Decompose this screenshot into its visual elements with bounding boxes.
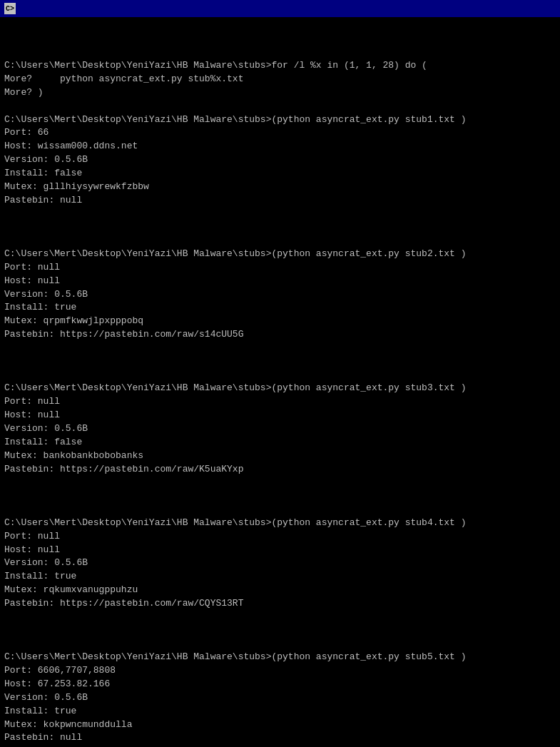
console-line: Host: null — [4, 544, 556, 557]
console-line: Pastebin: https://pastebin.com/raw/s14cU… — [4, 328, 556, 342]
console-line: C:\Users\Mert\Desktop\YeniYazi\HB Malwar… — [4, 113, 556, 127]
console-line: C:\Users\Mert\Desktop\YeniYazi\HB Malwar… — [4, 248, 556, 261]
console-line — [4, 208, 556, 221]
console-line: Version: 0.5.6B — [4, 153, 556, 167]
console-output[interactable]: C:\Users\Mert\Desktop\YeniYazi\HB Malwar… — [0, 17, 560, 747]
console-line: Version: 0.5.6B — [4, 422, 556, 436]
console-line — [4, 355, 556, 369]
console-line — [4, 489, 556, 503]
console-line: Version: 0.5.6B — [4, 288, 556, 302]
console-line: Port: 66 — [4, 126, 556, 140]
console-line: Pastebin: null — [4, 194, 556, 208]
console-line: Install: true — [4, 705, 556, 718]
console-line: Mutex: qrpmfkwwjlpxpppobq — [4, 315, 556, 328]
console-line — [4, 100, 556, 113]
console-line: Host: 67.253.82.166 — [4, 678, 556, 691]
console-line: Mutex: glllhiysywrewkfzbbw — [4, 181, 556, 194]
console-line — [4, 220, 556, 234]
console-line: More? python asyncrat_ext.py stub%x.txt — [4, 73, 556, 86]
console-line: Install: false — [4, 167, 556, 181]
console-line — [4, 611, 556, 624]
console-line: Port: null — [4, 261, 556, 275]
console-line — [4, 369, 556, 382]
console-line — [4, 234, 556, 248]
console-line: Install: false — [4, 436, 556, 449]
console-line: C:\Users\Mert\Desktop\YeniYazi\HB Malwar… — [4, 517, 556, 530]
console-line: Install: true — [4, 301, 556, 315]
console-line: Install: true — [4, 570, 556, 584]
console-line: Mutex: kokpwncmunddulla — [4, 718, 556, 732]
title-bar: C> — [0, 0, 560, 17]
console-line — [4, 624, 556, 638]
console-line: Port: null — [4, 395, 556, 409]
console-line: Pastebin: https://pastebin.com/raw/CQYS1… — [4, 597, 556, 611]
console-line: Host: null — [4, 409, 556, 422]
window: C> C:\Users\Mert\Desktop\YeniYazi\HB Mal… — [0, 0, 560, 747]
console-line — [4, 46, 556, 59]
console-line — [4, 503, 556, 517]
console-line: Port: 6606,7707,8808 — [4, 664, 556, 678]
console-line — [4, 476, 556, 489]
console-line — [4, 638, 556, 651]
console-line: Host: wissam000.ddns.net — [4, 140, 556, 153]
console-line: More? ) — [4, 86, 556, 100]
console-line: Version: 0.5.6B — [4, 557, 556, 570]
console-line: Version: 0.5.6B — [4, 691, 556, 705]
console-line: Mutex: rqkumxvanugppuhzu — [4, 584, 556, 597]
console-line — [4, 342, 556, 355]
console-line: C:\Users\Mert\Desktop\YeniYazi\HB Malwar… — [4, 382, 556, 395]
console-line: Host: null — [4, 275, 556, 288]
console-line: C:\Users\Mert\Desktop\YeniYazi\HB Malwar… — [4, 651, 556, 664]
cmd-icon: C> — [4, 3, 16, 14]
console-line: Mutex: bankobankbobobanks — [4, 449, 556, 463]
console-line: Pastebin: https://pastebin.com/raw/K5uaK… — [4, 463, 556, 477]
console-line: Pastebin: null — [4, 731, 556, 745]
console-line: C:\Users\Mert\Desktop\YeniYazi\HB Malwar… — [4, 59, 556, 73]
console-line: Port: null — [4, 530, 556, 544]
